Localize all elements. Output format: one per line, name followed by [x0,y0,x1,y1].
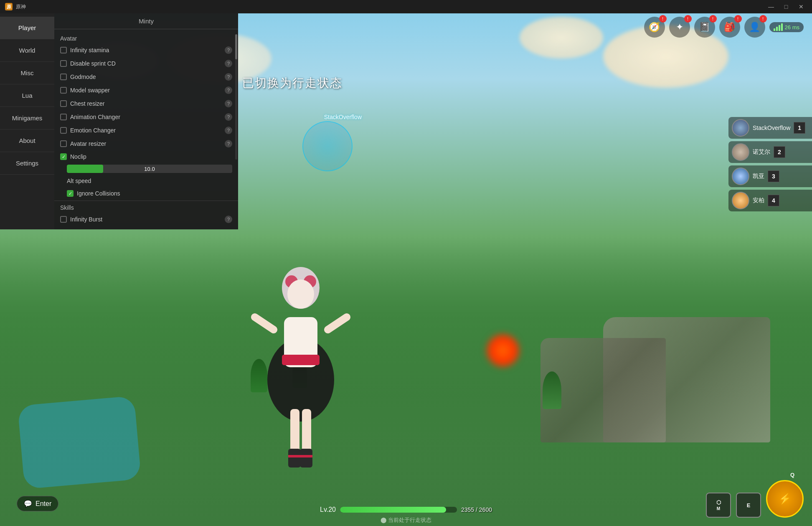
sidebar-item-world[interactable]: World [0,39,54,62]
avatar-resizer-help[interactable]: ? [225,140,232,147]
infinity-burst-checkbox[interactable] [60,216,67,223]
party-member-2[interactable]: 诺艾尔 2 [728,141,812,163]
notebook-button[interactable]: 📓 ! [694,17,715,38]
sidebar-item-player[interactable]: Player [0,17,54,39]
char-level: Lv.20 [320,506,336,513]
godmode-help[interactable]: ? [225,73,232,81]
close-button[interactable]: ✕ [795,2,807,11]
sidebar-item-misc[interactable]: Misc [0,62,54,84]
chest-resizer-checkbox[interactable] [60,100,67,107]
member-2-number: 2 [774,146,785,158]
member-1-number: 1 [794,122,805,134]
hp-text: 2355 / 2600 [461,506,492,513]
ability-buttons: ⬡ M E ⚡ Q [706,480,804,518]
noclip-slider-container: 10.0 [54,163,238,175]
svg-point-3 [287,280,314,309]
alt-speed-item[interactable]: Alt speed [54,175,238,187]
hp-bar-fill [340,507,446,513]
emotion-changer-item[interactable]: Emotion Changer ? [54,124,238,137]
tree-3 [543,371,561,409]
party-member-3[interactable]: 凯亚 3 [728,165,812,187]
chest-resizer-help[interactable]: ? [225,100,232,107]
scroll-thumb[interactable] [235,34,237,59]
chat-label: Enter [36,500,51,508]
godmode-checkbox[interactable] [60,74,67,80]
avatar-resizer-item[interactable]: Avatar resizer ? [54,137,238,150]
noclip-slider-fill [67,165,103,173]
skills-section-header: Skills [54,202,238,213]
infinity-stamina-help[interactable]: ? [225,46,232,54]
infinity-stamina-checkbox[interactable] [60,47,67,53]
animation-changer-label: Animation Changer [70,114,221,120]
animation-changer-help[interactable]: ? [225,113,232,121]
sidebar-item-settings[interactable]: Settings [0,152,54,175]
water-body [18,396,141,489]
app-icon: 原 [5,3,13,10]
avatar-resizer-checkbox[interactable] [60,140,67,147]
bag-badge: ! [734,15,742,23]
noclip-slider-track[interactable]: 10.0 [67,165,232,173]
chest-resizer-item[interactable]: Chest resizer ? [54,97,238,110]
alt-speed-label: Alt speed [67,178,91,184]
infinity-stamina-item[interactable]: Infinity stamina ? [54,43,238,57]
minimize-button[interactable]: — [765,2,777,11]
infinity-burst-item[interactable]: Infinity Burst ? [54,213,238,226]
member-1-name: StackOverflow [753,125,790,131]
chat-button[interactable]: 💬 Enter [17,496,58,511]
ping-bars [774,23,783,31]
emotion-changer-label: Emotion Changer [70,127,221,134]
animation-changer-item[interactable]: Animation Changer ? [54,110,238,124]
disable-sprint-cd-help[interactable]: ? [225,60,232,67]
animation-changer-checkbox[interactable] [60,114,67,120]
model-swapper-checkbox[interactable] [60,87,67,94]
maximize-button[interactable]: □ [780,2,792,11]
model-swapper-help[interactable]: ? [225,86,232,94]
godmode-item[interactable]: Godmode ? [54,70,238,84]
party-list: StackOverflow 1 诺艾尔 2 凯亚 3 安柏 4 [728,117,812,211]
compass-button[interactable]: 🧭 ! [644,17,665,38]
emotion-changer-help[interactable]: ? [225,127,232,134]
sidebar-item-lua[interactable]: Lua [0,84,54,107]
svg-rect-6 [282,355,320,365]
sidebar-item-about[interactable]: About [0,130,54,152]
sidebar-item-minigames[interactable]: Minigames [0,107,54,130]
model-swapper-label: Model swapper [70,87,221,94]
ignore-collisions-checkbox[interactable]: ✓ [67,190,74,197]
infinity-burst-help[interactable]: ? [225,216,232,223]
cn-ticker: ⬤ 当前处于行走状态 [381,516,432,524]
title-bar: 原 原神 — □ ✕ [0,0,812,13]
avatar-1 [732,119,749,137]
disable-sprint-cd-item[interactable]: Disable sprint CD ? [54,57,238,70]
skill-circle-name: StackOverflow [324,114,362,120]
cloud-2 [520,17,603,58]
party-member-1[interactable]: StackOverflow 1 [728,117,812,139]
burst-button[interactable]: ⚡ [766,480,804,518]
hp-bar-container [340,507,457,513]
profile-button[interactable]: 👤 ! [744,17,765,38]
panel-content: Avatar Infinity stamina ? Disable sprint… [54,29,238,229]
noclip-checkbox[interactable]: ✓ [60,153,67,160]
avatar-2 [732,143,749,161]
ignore-collisions-item[interactable]: ✓ Ignore Collisions [54,187,238,200]
emotion-changer-checkbox[interactable] [60,127,67,134]
ignore-collisions-label: Ignore Collisions [77,190,120,197]
ping-value: 26 ms [785,24,799,30]
map-button[interactable]: ⬡ M [706,493,731,518]
skill-circle [302,121,353,171]
bag-button[interactable]: 🎒 ! [719,17,740,38]
disable-sprint-cd-label: Disable sprint CD [70,60,221,67]
star-icon: ✦ [676,22,683,33]
skill-button[interactable]: E [736,493,761,518]
notebook-badge: ! [709,15,717,23]
disable-sprint-cd-checkbox[interactable] [60,60,67,67]
panel-title: Minty [54,13,238,29]
noclip-item[interactable]: ✓ Noclip [54,150,238,163]
member-3-name: 凯亚 [753,173,764,180]
ping-bar-3 [779,25,780,31]
map-icon: ⬡ [716,499,721,506]
star-button[interactable]: ✦ ! [669,17,690,38]
party-member-4[interactable]: 安柏 4 [728,190,812,211]
model-swapper-item[interactable]: Model swapper ? [54,84,238,97]
profile-badge: ! [759,15,767,23]
ping-display: 26 ms [769,22,804,32]
